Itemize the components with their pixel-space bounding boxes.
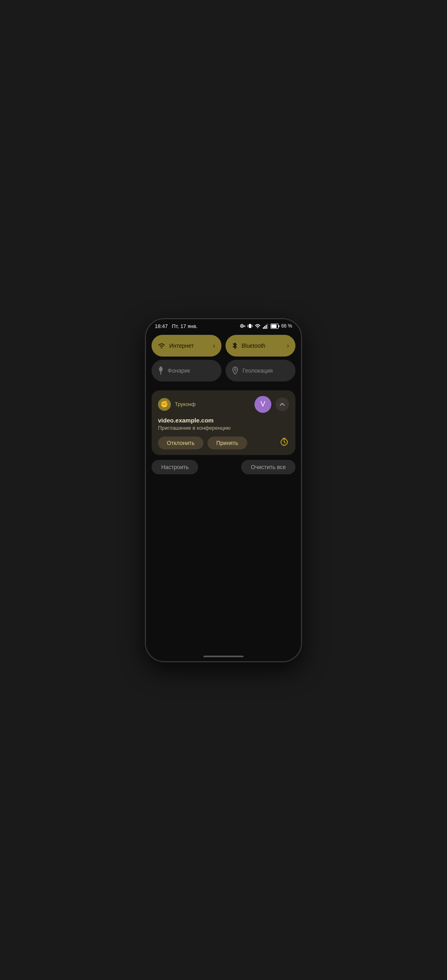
notification-area: ✊ Труконф V video.example.com Пригл — [146, 384, 301, 455]
svg-rect-10 — [267, 324, 268, 329]
notification-card: ✊ Труконф V video.example.com Пригл — [152, 390, 295, 455]
internet-tile-label: Интернет — [169, 342, 209, 349]
signal-icon — [263, 324, 269, 329]
clear-all-button[interactable]: Очистить все — [241, 460, 295, 474]
wifi-tile-icon — [158, 343, 165, 349]
geolocation-tile[interactable]: Геолокация — [226, 360, 295, 381]
app-name: Труконф — [175, 401, 250, 407]
home-bar — [203, 656, 244, 657]
status-time: 18:47 — [155, 323, 168, 329]
geolocation-tile-icon — [232, 367, 238, 375]
snooze-button[interactable]: Z — [279, 437, 289, 449]
home-indicator — [146, 656, 301, 661]
svg-rect-9 — [266, 325, 267, 329]
tile-row-2: Фонарик Геолокация — [152, 360, 295, 381]
svg-rect-4 — [249, 324, 251, 328]
bottom-actions: Настроить Очистить все — [146, 455, 301, 474]
app-icon: ✊ — [158, 398, 171, 411]
status-bar: 18:47 Пт, 17 янв. — [146, 319, 301, 332]
flashlight-tile[interactable]: Фонарик — [152, 360, 221, 381]
bluetooth-tile-label: Bluetooth — [242, 342, 283, 349]
svg-rect-6 — [252, 325, 252, 327]
status-date: Пт, 17 янв. — [172, 323, 198, 329]
svg-point-1 — [241, 325, 243, 327]
decline-button[interactable]: Отклонить — [158, 437, 203, 449]
customize-button[interactable]: Настроить — [152, 460, 198, 474]
flashlight-tile-label: Фонарик — [168, 367, 215, 374]
phone-frame: 18:47 Пт, 17 янв. — [145, 318, 302, 662]
svg-text:Z: Z — [283, 444, 285, 446]
status-left: 18:47 Пт, 17 янв. — [155, 323, 197, 329]
tile-row-1: Интернет › Bluetooth › — [152, 335, 295, 357]
svg-rect-15 — [160, 367, 162, 368]
notif-actions: Отклонить Принять Z — [158, 437, 289, 449]
key-icon — [240, 324, 246, 328]
svg-rect-5 — [248, 325, 248, 327]
flashlight-tile-icon — [158, 367, 164, 375]
notif-body: video.example.com Приглашение в конферен… — [158, 416, 289, 432]
status-right: 66 % — [240, 323, 292, 329]
internet-tile[interactable]: Интернет › — [152, 335, 221, 357]
svg-rect-7 — [263, 327, 264, 329]
accept-button[interactable]: Принять — [207, 437, 247, 449]
svg-rect-3 — [244, 326, 245, 327]
svg-point-20 — [234, 369, 236, 370]
battery-percent: 66 % — [281, 323, 292, 329]
notif-header: ✊ Труконф V — [158, 396, 289, 413]
bluetooth-tile[interactable]: Bluetooth › — [226, 335, 295, 357]
phone-screen: 18:47 Пт, 17 янв. — [146, 319, 301, 661]
svg-rect-12 — [279, 325, 279, 327]
caller-avatar: V — [254, 396, 271, 413]
geolocation-tile-label: Геолокация — [242, 367, 289, 374]
notif-title: video.example.com — [158, 417, 289, 424]
svg-point-14 — [161, 347, 162, 349]
svg-rect-13 — [271, 324, 277, 328]
quick-tiles: Интернет › Bluetooth › — [146, 332, 301, 384]
vibrate-icon — [248, 323, 252, 329]
svg-rect-8 — [264, 326, 265, 329]
bluetooth-tile-chevron: › — [287, 342, 289, 349]
expand-button[interactable] — [275, 398, 289, 411]
wifi-status-icon — [254, 324, 261, 328]
bluetooth-tile-icon — [232, 342, 238, 349]
notif-subtitle: Приглашение в конференцию — [158, 425, 289, 431]
battery-icon — [271, 324, 279, 329]
internet-tile-chevron: › — [213, 342, 215, 349]
svg-rect-2 — [243, 326, 245, 326]
